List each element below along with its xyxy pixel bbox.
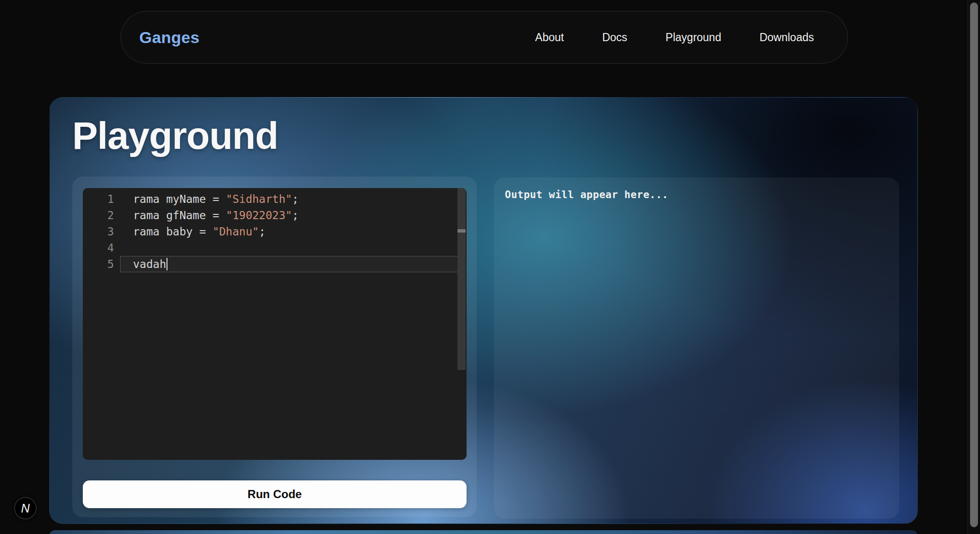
code-token: rama gfName =	[133, 209, 226, 222]
nav-logo[interactable]: Ganges	[139, 28, 200, 47]
line-number: 5	[83, 256, 114, 272]
code-text: rama baby = "Dhanu";	[133, 223, 266, 240]
page-title: Playground	[72, 116, 278, 156]
code-editor[interactable]: 1rama myName = "Sidharth";2rama gfName =…	[83, 188, 467, 460]
nav-link-about[interactable]: About	[535, 31, 564, 44]
line-number: 1	[83, 191, 114, 207]
editor-scrollbar-track[interactable]	[457, 188, 466, 370]
nav-link-docs[interactable]: Docs	[602, 31, 627, 44]
code-line: 4	[83, 240, 467, 256]
code-line: 2rama gfName = "19022023";	[83, 207, 467, 223]
line-number: 2	[83, 207, 114, 223]
code-token: vadah	[133, 258, 166, 270]
string-token: "Sidharth"	[226, 193, 292, 205]
code-token: ;	[292, 209, 299, 222]
text-cursor	[167, 258, 167, 270]
code-line: 1rama myName = "Sidharth";	[83, 191, 467, 207]
output-panel: Output will appear here...	[494, 178, 899, 519]
page: Ganges AboutDocsPlaygroundDownloads Play…	[0, 0, 980, 534]
code-text: rama gfName = "19022023";	[133, 207, 299, 223]
main-panel: Playground 1rama myName = "Sidharth";2ra…	[49, 97, 918, 524]
line-number: 3	[83, 223, 114, 240]
code-token: ;	[292, 193, 299, 205]
editor-scrollbar-thumb[interactable]	[457, 229, 466, 233]
code-lines: 1rama myName = "Sidharth";2rama gfName =…	[83, 188, 467, 272]
page-scrollbar-thumb[interactable]	[970, 2, 978, 527]
nav-link-downloads[interactable]: Downloads	[759, 31, 814, 44]
string-token: "19022023"	[226, 209, 292, 222]
nav-link-playground[interactable]: Playground	[666, 31, 721, 44]
nextjs-n-icon: N	[21, 502, 30, 514]
code-token: rama baby =	[133, 225, 212, 238]
string-token: "Dhanu"	[212, 225, 259, 238]
nav-links: AboutDocsPlaygroundDownloads	[535, 31, 814, 44]
run-code-button[interactable]: Run Code	[83, 480, 467, 508]
line-number: 4	[83, 240, 114, 256]
code-line: 3rama baby = "Dhanu";	[83, 223, 467, 240]
code-token: rama myName =	[133, 193, 226, 205]
output-placeholder: Output will appear here...	[505, 189, 668, 200]
top-nav: Ganges AboutDocsPlaygroundDownloads	[121, 11, 848, 64]
code-text: vadah	[133, 256, 167, 272]
code-line: 5vadah	[83, 256, 467, 272]
code-text: rama myName = "Sidharth";	[133, 191, 299, 207]
nextjs-dev-badge[interactable]: N	[14, 497, 36, 519]
code-token: ;	[259, 225, 266, 238]
editor-card: 1rama myName = "Sidharth";2rama gfName =…	[72, 177, 477, 517]
next-section-edge	[49, 530, 918, 534]
